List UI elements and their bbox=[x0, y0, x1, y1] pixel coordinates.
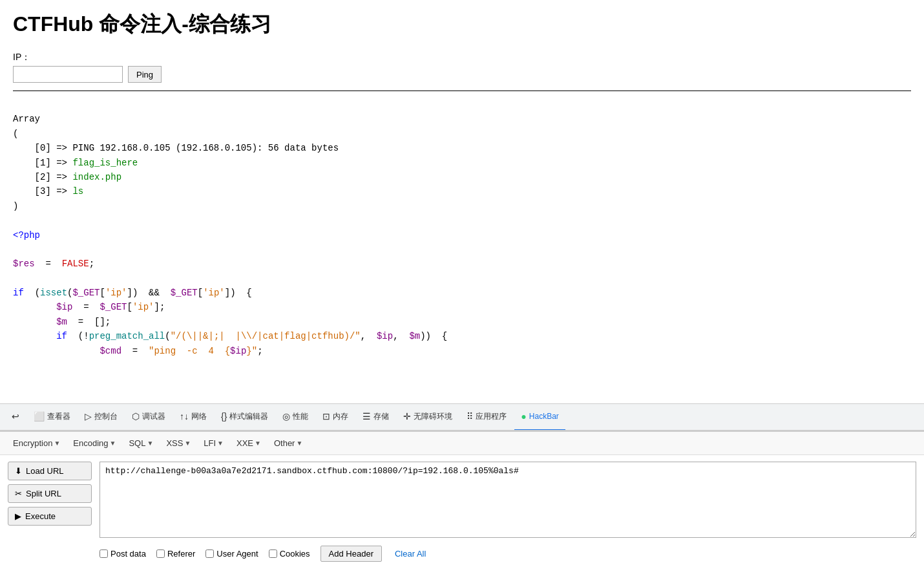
code-output: Array ( [0] => PING 192.168.0.105 (192.1… bbox=[13, 98, 911, 372]
ip-input[interactable] bbox=[13, 66, 123, 83]
ping-button[interactable]: Ping bbox=[128, 66, 162, 83]
page-title: CTFHub 命令注入-综合练习 bbox=[13, 10, 911, 39]
divider bbox=[13, 91, 911, 91]
ip-section: IP： Ping bbox=[13, 52, 911, 83]
ip-label: IP： bbox=[13, 52, 911, 63]
